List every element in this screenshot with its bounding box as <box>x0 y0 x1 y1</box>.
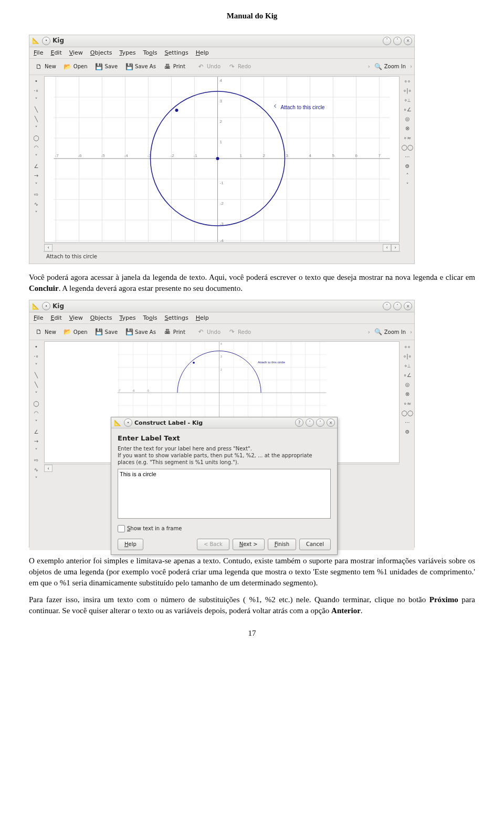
back-button[interactable]: < Back <box>197 539 229 550</box>
minimize-icon-2[interactable]: ˅ <box>383 302 391 310</box>
rtool-9-icon[interactable]: ⋯ <box>403 153 412 161</box>
tool-line-icon[interactable]: ╲ <box>32 371 40 379</box>
menu-types[interactable]: Types <box>119 49 135 57</box>
tool-point-icon[interactable]: • <box>32 342 40 351</box>
rtool-8-icon[interactable]: ◯◯ <box>403 408 412 417</box>
menu-objects-2[interactable]: Objects <box>90 314 112 322</box>
next-button[interactable]: Next > <box>233 539 265 550</box>
tb2-chev-r-icon[interactable]: › <box>410 329 412 336</box>
redo-button-2[interactable]: ↷Redo <box>225 326 254 338</box>
open-button[interactable]: 📂Open <box>60 61 91 72</box>
tool-segment-icon[interactable]: ╲ <box>32 115 40 123</box>
cancel-button[interactable]: Cancel <box>299 539 331 550</box>
tool-chevron-icon[interactable]: ˅ <box>32 418 40 426</box>
label-text-input[interactable]: This is a circle <box>118 469 331 519</box>
tool-vector-icon[interactable]: → <box>32 437 40 445</box>
save-button[interactable]: 💾Save <box>92 61 121 72</box>
menu-settings-2[interactable]: Settings <box>165 314 188 322</box>
tool-angle-icon[interactable]: ∠ <box>32 427 40 436</box>
menu-edit-2[interactable]: Edit <box>50 314 61 322</box>
save-button-2[interactable]: 💾Save <box>92 326 121 338</box>
tool-chevron3-icon[interactable]: ˅ <box>32 153 40 161</box>
tool-chevron-icon[interactable]: ˅ <box>32 361 40 370</box>
menu-view-2[interactable]: View <box>69 314 83 322</box>
tool-line-icon[interactable]: ╲ <box>32 106 40 114</box>
undo-button[interactable]: ↶Undo <box>194 61 224 72</box>
tool-chevron2-icon[interactable]: ˅ <box>32 124 40 133</box>
tool-chevron5-icon[interactable]: ˅ <box>32 209 40 218</box>
close-icon[interactable]: × <box>404 37 412 45</box>
help-button[interactable]: Help <box>118 539 143 550</box>
tool-intersect-icon[interactable]: ⋅∘ <box>32 352 40 360</box>
print-button-2[interactable]: 🖶Print <box>160 326 188 338</box>
dialog-min-icon[interactable]: ˅ <box>306 418 314 427</box>
dialog-menu-icon[interactable]: • <box>124 418 132 427</box>
rtool-scroll-up-icon[interactable]: ˄ <box>403 172 412 180</box>
show-frame-checkbox[interactable]: Show text in a frame <box>118 525 331 532</box>
tool-chevron-icon[interactable]: ˅ <box>32 446 40 455</box>
rtool-3-icon[interactable]: ∘⟂ <box>403 96 412 104</box>
close-icon-2[interactable]: × <box>404 302 412 310</box>
rtool-1-icon[interactable]: ∘∘ <box>403 77 412 86</box>
saveas-button[interactable]: 💾Save As <box>122 61 159 72</box>
toolbar-chevron-right-icon[interactable]: › <box>410 63 412 70</box>
rtool-2-icon[interactable]: ∘|∘ <box>403 87 412 95</box>
rtool-5-icon[interactable]: ◎ <box>403 115 412 123</box>
menu-help-2[interactable]: Help <box>196 314 209 322</box>
rtool-6-icon[interactable]: ⊗ <box>403 390 412 398</box>
maximize-icon-2[interactable]: ˄ <box>393 302 402 310</box>
menu-help[interactable]: Help <box>196 49 209 57</box>
rtool-5-icon[interactable]: ◎ <box>403 380 412 388</box>
tool-circle-icon[interactable]: ◯ <box>32 399 40 407</box>
menu-file[interactable]: File <box>34 49 43 57</box>
finish-button[interactable]: Finish <box>268 539 296 550</box>
tool-chevron-icon[interactable]: ˅ <box>32 390 40 398</box>
checkbox-icon[interactable] <box>118 525 125 532</box>
menu-tools[interactable]: Tools <box>143 49 157 57</box>
scroll-right-icon[interactable]: ‹ <box>383 244 391 251</box>
tool-chevron4-icon[interactable]: ˅ <box>32 181 40 190</box>
print-button[interactable]: 🖶Print <box>160 61 188 72</box>
window-menu-icon[interactable]: • <box>42 37 50 45</box>
tb2-chev-l-icon[interactable]: › <box>368 329 370 336</box>
tool-vector-icon[interactable]: → <box>32 172 40 180</box>
window-menu-icon-2[interactable]: • <box>42 302 50 310</box>
tool-arc-icon[interactable]: ◠ <box>32 143 40 152</box>
scroll-right2-icon[interactable]: › <box>391 244 400 251</box>
rtool-4-icon[interactable]: ∘∠ <box>403 106 412 114</box>
tool-chevron1-icon[interactable]: ˅ <box>32 96 40 104</box>
zoomin-button-2[interactable]: 🔍Zoom In <box>371 326 409 338</box>
toolbar-chevron-left-icon[interactable]: › <box>368 63 370 70</box>
menu-objects[interactable]: Objects <box>90 49 112 57</box>
tool-curve-icon[interactable]: ∿ <box>32 200 40 208</box>
menu-settings[interactable]: Settings <box>165 49 188 57</box>
rtool-7-icon[interactable]: ∘≈ <box>403 399 412 407</box>
minimize-icon[interactable]: ˅ <box>383 37 391 45</box>
menu-tools-2[interactable]: Tools <box>143 314 157 322</box>
rtool-cog-icon[interactable]: ⚙ <box>403 162 412 171</box>
menu-types-2[interactable]: Types <box>119 314 135 322</box>
undo-button-2[interactable]: ↶Undo <box>194 326 224 338</box>
rtool-7-icon[interactable]: ∘≈ <box>403 134 412 142</box>
rtool-6-icon[interactable]: ⊗ <box>403 124 412 133</box>
tool-angle-icon[interactable]: ∠ <box>32 162 40 171</box>
rtool-1-icon[interactable]: ∘∘ <box>403 342 412 351</box>
tool-circle-icon[interactable]: ◯ <box>32 134 40 142</box>
canvas[interactable]: -7 -6 -5 -4 -3 -2 -1 1 2 3 4 5 6 7 <box>44 76 400 243</box>
tool-intersect-icon[interactable]: ⋅∘ <box>32 87 40 95</box>
rtool-3-icon[interactable]: ∘⟂ <box>403 361 412 370</box>
tool-curve-icon[interactable]: ∿ <box>32 465 40 474</box>
menu-file-2[interactable]: File <box>34 314 43 322</box>
tool-arrow-icon[interactable]: ⇨ <box>32 456 40 464</box>
tool-chevron-icon[interactable]: ˅ <box>32 475 40 483</box>
saveas-button-2[interactable]: 💾Save As <box>122 326 159 338</box>
rtool-9-icon[interactable]: ⋯ <box>403 418 412 426</box>
open-button-2[interactable]: 📂Open <box>60 326 91 338</box>
redo-button[interactable]: ↷Redo <box>225 61 254 72</box>
new-button[interactable]: 🗋New <box>32 61 59 72</box>
tool-arrow-icon[interactable]: ⇨ <box>32 191 40 199</box>
new-button-2[interactable]: 🗋New <box>32 326 59 338</box>
zoomin-button[interactable]: 🔍Zoom In <box>371 61 409 72</box>
dialog-help-icon[interactable]: ? <box>295 418 303 427</box>
dialog-close-icon[interactable]: × <box>327 418 335 427</box>
